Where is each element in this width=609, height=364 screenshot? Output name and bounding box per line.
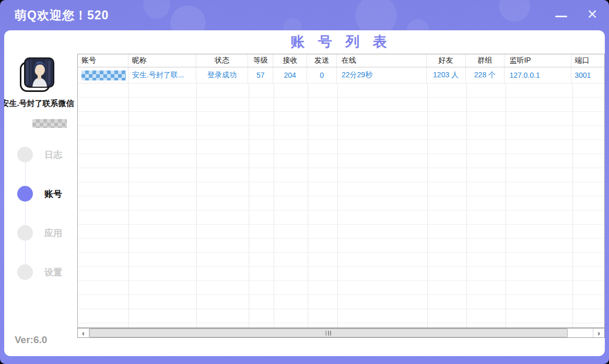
nav-dot-icon xyxy=(17,264,33,280)
cell-level: 57 xyxy=(248,67,273,83)
cell-friends: 1203 人 xyxy=(427,67,466,83)
minimize-icon xyxy=(555,16,567,17)
sidebar-item-apps[interactable]: 应用 xyxy=(17,225,77,241)
scroll-right-button[interactable]: › xyxy=(593,328,604,337)
nav-dot-icon xyxy=(17,225,33,241)
window-title: 萌Q欢迎您！520 xyxy=(15,7,109,24)
scroll-right-icon: › xyxy=(598,329,600,337)
nav-dot-icon xyxy=(17,147,33,162)
app-window: 萌Q欢迎您！520 ✕ xyxy=(0,0,609,364)
avatar-image xyxy=(24,57,54,88)
scroll-left-icon: ‹ xyxy=(82,329,85,337)
content-panel: 安生.号封了联系微信 日志 账号 应用 设置 Ver:6.0 账 号 列 表 账… xyxy=(4,30,605,356)
minimize-button[interactable] xyxy=(549,0,572,28)
titlebar: 萌Q欢迎您！520 ✕ xyxy=(0,0,609,30)
scrollbar-grip-icon xyxy=(326,331,332,335)
sidebar-display-name: 安生.号封了联系微信 xyxy=(4,99,78,109)
scroll-left-button[interactable]: ‹ xyxy=(78,328,89,337)
accounts-table: 账号 昵称 状态 等级 接收 发送 在线 好友 群组 监听IP 端口 安生.号封… xyxy=(77,54,605,328)
column-header-online[interactable]: 在线 xyxy=(337,54,427,67)
sidebar-item-accounts[interactable]: 账号 xyxy=(17,186,77,202)
masked-account-mosaic xyxy=(32,119,67,128)
sidebar-item-label: 应用 xyxy=(44,227,62,239)
cell-account xyxy=(78,67,128,83)
column-header-level[interactable]: 等级 xyxy=(248,54,273,67)
avatar xyxy=(24,57,54,88)
column-header-port[interactable]: 端口 xyxy=(571,54,604,67)
version-label: Ver:6.0 xyxy=(15,334,47,346)
cell-groups: 228 个 xyxy=(466,67,505,83)
cell-sent: 0 xyxy=(307,67,337,83)
cell-nickname: 安生.号封了联... xyxy=(128,67,196,83)
close-button[interactable]: ✕ xyxy=(581,0,604,28)
page-title: 账 号 列 表 xyxy=(77,32,605,51)
cell-online: 22分29秒 xyxy=(337,67,427,83)
column-header-sent[interactable]: 发送 xyxy=(307,54,337,67)
sidebar-item-settings[interactable]: 设置 xyxy=(17,264,77,280)
table-header-row: 账号 昵称 状态 等级 接收 发送 在线 好友 群组 监听IP 端口 xyxy=(78,54,604,67)
nav-dot-active-icon xyxy=(17,186,33,202)
column-header-listen-ip[interactable]: 监听IP xyxy=(505,54,571,67)
nav-connector-line xyxy=(25,155,26,272)
column-header-status[interactable]: 状态 xyxy=(196,54,249,67)
close-icon: ✕ xyxy=(587,7,598,22)
table-row[interactable]: 安生.号封了联... 登录成功 57 204 0 22分29秒 1203 人 2… xyxy=(78,67,604,84)
sidebar-item-label: 日志 xyxy=(44,149,62,161)
sidebar-item-label: 账号 xyxy=(44,188,62,200)
sidebar-item-label: 设置 xyxy=(44,266,62,278)
sidebar-item-logs[interactable]: 日志 xyxy=(17,147,77,162)
scrollbar-thumb[interactable] xyxy=(89,328,568,337)
horizontal-scrollbar[interactable]: ‹ › xyxy=(77,328,605,338)
cell-received: 204 xyxy=(273,67,307,83)
column-header-groups[interactable]: 群组 xyxy=(466,54,505,67)
column-header-friends[interactable]: 好友 xyxy=(427,54,466,67)
cell-listen-ip: 127.0.0.1 xyxy=(505,67,571,83)
empty-table-grid xyxy=(78,84,604,327)
column-header-account[interactable]: 账号 xyxy=(78,54,128,67)
cell-status: 登录成功 xyxy=(196,67,249,83)
cell-port: 3001 xyxy=(571,67,604,83)
column-header-received[interactable]: 接收 xyxy=(273,54,307,67)
anime-avatar-graphic xyxy=(25,58,53,87)
column-header-nickname[interactable]: 昵称 xyxy=(128,54,196,67)
masked-account-cell-mosaic xyxy=(81,71,126,80)
